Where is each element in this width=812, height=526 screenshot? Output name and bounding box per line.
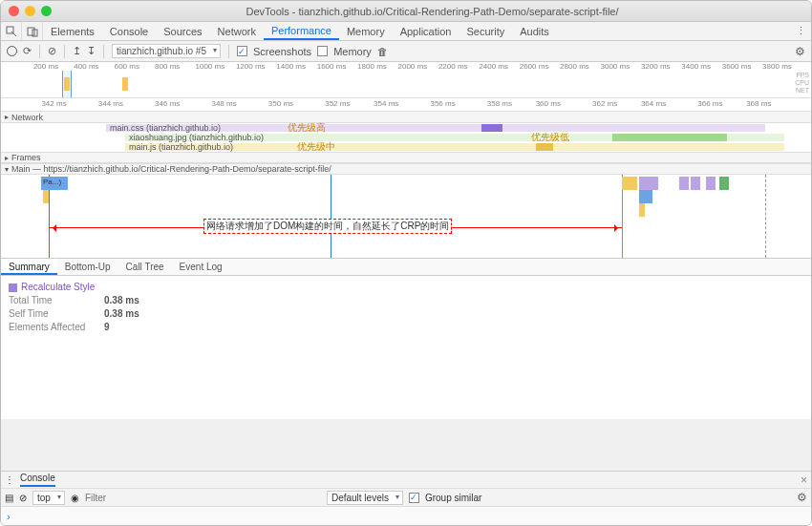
- screenshots-label: Screenshots: [253, 46, 311, 57]
- network-track: main.css (tianzhich.github.io) xiaoshuan…: [1, 123, 811, 152]
- annotation-priority-low: 优先级低: [531, 131, 569, 144]
- tab-network[interactable]: Network: [210, 22, 264, 40]
- svg-rect-1: [28, 28, 34, 35]
- panel-tabbar: Elements Console Sources Network Perform…: [1, 22, 811, 41]
- summary-tab-calltree[interactable]: Call Tree: [118, 259, 172, 275]
- timeline-overview[interactable]: 200 ms 400 ms 600 ms 800 ms 1000 ms 1200…: [1, 62, 811, 98]
- tab-audits[interactable]: Audits: [512, 22, 557, 40]
- category-color-icon: [9, 284, 17, 292]
- more-tabs-icon[interactable]: ⋮: [790, 22, 811, 40]
- separator: [228, 45, 229, 58]
- tab-performance[interactable]: Performance: [264, 22, 339, 40]
- summary-tab-eventlog[interactable]: Event Log: [172, 259, 230, 275]
- flame-block[interactable]: [639, 203, 645, 217]
- section-network-header[interactable]: Network: [1, 112, 811, 123]
- close-window-icon[interactable]: [9, 6, 19, 16]
- capture-target-select[interactable]: tianzhich.github.io #5: [112, 44, 221, 58]
- drawer-menu-icon[interactable]: ⋮: [5, 474, 14, 485]
- window-titlebar: DevTools - tianzhich.github.io/Critical-…: [1, 1, 811, 22]
- flame-block[interactable]: [691, 177, 700, 190]
- network-row[interactable]: xiaoshuang.jpg (tianzhich.github.io): [1, 133, 811, 142]
- screenshots-checkbox[interactable]: ✓: [237, 46, 247, 56]
- flame-block[interactable]: [706, 177, 716, 190]
- record-icon[interactable]: [7, 46, 17, 56]
- overview-activity: [122, 77, 128, 91]
- console-tab[interactable]: Console: [20, 473, 55, 487]
- annotation-priority-mid: 优先级中: [297, 140, 335, 154]
- overview-ticks: 200 ms 400 ms 600 ms 800 ms 1000 ms 1200…: [1, 62, 811, 72]
- annotation-priority-high: 优先级高: [288, 121, 326, 135]
- section-main-header[interactable]: Main — https://tianzhich.github.io/Criti…: [1, 163, 811, 175]
- reload-icon[interactable]: ⟳: [23, 45, 32, 57]
- maximize-window-icon[interactable]: [41, 6, 52, 16]
- memory-checkbox[interactable]: ✓: [317, 46, 328, 56]
- live-expr-icon[interactable]: ◉: [71, 493, 79, 503]
- traffic-lights[interactable]: [9, 6, 52, 16]
- console-filter-input[interactable]: [85, 493, 206, 503]
- settings-icon[interactable]: ⚙: [795, 45, 805, 58]
- marker-mid: [331, 175, 331, 258]
- inspect-icon[interactable]: [1, 22, 22, 40]
- tab-application[interactable]: Application: [393, 22, 459, 40]
- flame-block[interactable]: [679, 177, 689, 190]
- console-drawer: ⋮ Console × ▤ ⊘ top ◉ Default levels ✓ G…: [1, 471, 811, 506]
- flame-block[interactable]: Pa...): [41, 177, 68, 190]
- network-row[interactable]: main.js (tianzhich.github.io): [1, 142, 811, 152]
- summary-tab-summary[interactable]: Summary: [1, 259, 57, 275]
- flame-block[interactable]: [639, 177, 658, 190]
- sidebar-toggle-icon[interactable]: ▤: [5, 493, 13, 503]
- tab-sources[interactable]: Sources: [156, 22, 209, 40]
- close-drawer-icon[interactable]: ×: [801, 473, 807, 487]
- flame-block[interactable]: [622, 177, 637, 190]
- flame-block[interactable]: [719, 177, 729, 190]
- network-row[interactable]: main.css (tianzhich.github.io): [1, 123, 811, 133]
- group-similar-checkbox[interactable]: ✓: [409, 493, 419, 503]
- minimize-window-icon[interactable]: [25, 6, 35, 16]
- log-levels-select[interactable]: Default levels: [327, 491, 403, 505]
- console-prompt[interactable]: ›: [1, 506, 811, 525]
- tab-security[interactable]: Security: [459, 22, 512, 40]
- detail-ruler[interactable]: 342 ms 344 ms 346 ms 348 ms 350 ms 352 m…: [1, 98, 811, 112]
- flame-block[interactable]: [639, 190, 652, 203]
- tab-elements[interactable]: Elements: [43, 22, 102, 40]
- overview-track-labels: FPS CPU NET: [795, 72, 809, 95]
- prompt-chevron-icon: ›: [7, 511, 11, 522]
- tab-console[interactable]: Console: [102, 22, 156, 40]
- devtools-window: DevTools - tianzhich.github.io/Critical-…: [0, 0, 812, 526]
- group-similar-label: Group similar: [425, 493, 481, 503]
- save-icon[interactable]: ↧: [87, 45, 96, 57]
- tab-memory[interactable]: Memory: [339, 22, 393, 40]
- load-icon[interactable]: ↥: [73, 45, 81, 57]
- separator: [39, 45, 40, 58]
- clear-console-icon[interactable]: ⊘: [19, 493, 27, 503]
- flame-chart[interactable]: Pa...) 网络请求增加了DOM构建的时间，自然延长了CRP的时间: [1, 175, 811, 259]
- console-settings-icon[interactable]: ⚙: [797, 491, 807, 504]
- separator: [64, 45, 65, 58]
- summary-tabs: Summary Bottom-Up Call Tree Event Log: [1, 259, 811, 276]
- device-toggle-icon[interactable]: [22, 22, 43, 40]
- summary-tab-bottomup[interactable]: Bottom-Up: [57, 259, 118, 275]
- separator: [103, 45, 104, 58]
- summary-panel: Recalculate Style Total Time0.38 ms Self…: [1, 276, 811, 419]
- flame-block[interactable]: [43, 190, 49, 203]
- window-title: DevTools - tianzhich.github.io/Critical-…: [61, 6, 803, 17]
- summary-heading: Recalculate Style: [21, 282, 95, 292]
- overview-activity: [64, 77, 70, 91]
- memory-label: Memory: [333, 46, 372, 57]
- performance-toolbar: ⟳ ⊘ ↥ ↧ tianzhich.github.io #5 ✓ Screens…: [1, 41, 811, 62]
- section-frames-header[interactable]: Frames: [1, 152, 811, 163]
- trash-icon[interactable]: 🗑: [377, 46, 388, 57]
- clear-icon[interactable]: ⊘: [48, 45, 56, 57]
- annotation-text: 网络请求增加了DOM构建的时间，自然延长了CRP的时间: [203, 219, 452, 234]
- marker-dashed: [765, 175, 766, 258]
- context-select[interactable]: top: [32, 491, 65, 505]
